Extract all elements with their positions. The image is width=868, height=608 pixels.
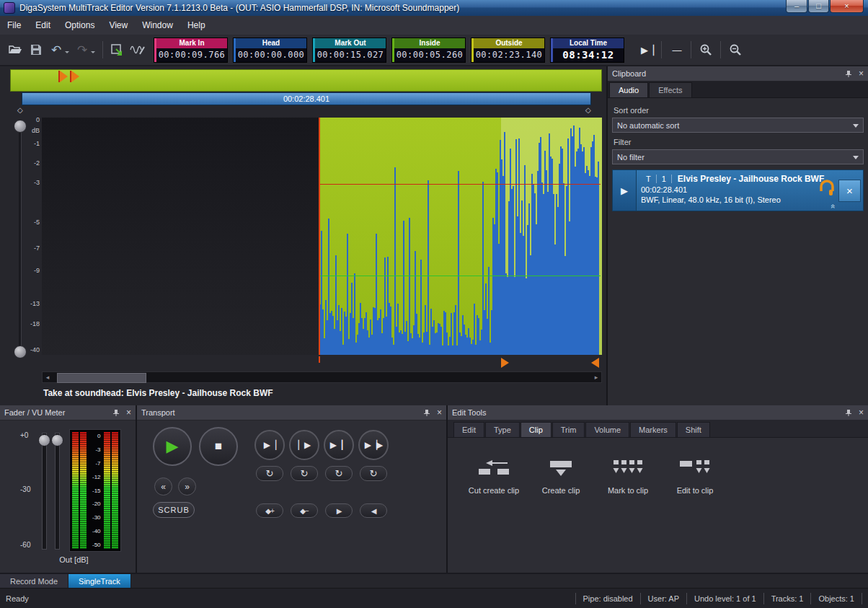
transport-marker-button[interactable]: ◆+ [256,503,283,518]
scrollbar-thumb[interactable] [57,373,146,383]
prelisten-headphones-icon[interactable] [818,178,836,200]
play-icon: ▶ [621,185,628,196]
transport-marker-button[interactable]: ◆− [291,503,318,518]
scroll-right-icon[interactable]: ▸ [591,374,601,381]
remove-item-button[interactable]: × [838,180,861,202]
fader-panel-header: Fader / VU Meter × [0,405,136,420]
save-button[interactable] [26,39,46,61]
pin-icon[interactable] [423,409,430,417]
goto-marker-button[interactable]: ▶▕ [637,39,657,61]
collapse-strip-button[interactable]: — [666,39,686,61]
close-button[interactable]: × [830,0,864,13]
loop-button[interactable]: ↻ [325,466,353,481]
selection-end-marker-icon[interactable] [591,358,599,368]
overview-bar[interactable] [10,69,602,92]
mark-to-clip-button[interactable]: Mark to clip [595,451,660,512]
fader-knob[interactable] [51,434,63,446]
cut-create-clip-button[interactable]: Cut create clip [461,451,526,512]
close-panel-icon[interactable]: × [437,408,442,417]
loop-button[interactable]: ↻ [256,466,283,481]
menu-file[interactable]: File [0,17,28,34]
pin-icon[interactable] [112,409,120,417]
status-user: User: AP [640,593,686,604]
tab-edit[interactable]: Edit [453,422,484,437]
audio-edit-button[interactable] [128,39,148,61]
time-display-group: Mark In00:00:09.766Head00:00:00.000Mark … [154,38,629,63]
tab-audio[interactable]: Audio [609,82,648,97]
overview-marker-icon[interactable] [71,71,79,82]
take-duration-bar[interactable]: 00:02:28.401 [22,92,591,105]
status-pipe: Pipe: disabled [575,593,640,604]
tab-markers[interactable]: Markers [630,422,676,437]
fader-track[interactable] [55,433,60,550]
prelisten-play-button[interactable]: ▶ [613,170,637,211]
transport-play-variant-button[interactable]: ▶▕ [254,430,285,460]
titlebar[interactable]: DigaSystem MultiTrack Editor Version 7.1… [0,0,868,16]
zoom-in-button[interactable] [696,39,716,61]
transport-play-variant-button[interactable]: ▏▶ [289,430,319,460]
fade-handle-left-icon[interactable]: ◇ [17,106,23,114]
waveform-display[interactable] [42,118,602,355]
undo-dropdown-caret[interactable] [65,51,69,56]
tab-volume[interactable]: Volume [585,422,629,437]
fader-track[interactable] [42,433,47,550]
edit-tools-header: Edit Tools × [448,405,868,420]
pin-icon[interactable] [845,409,852,417]
zoom-out-button[interactable] [725,39,745,61]
transport-marker-button[interactable]: ▶ [325,503,353,518]
import-take-button[interactable] [107,39,128,61]
close-panel-icon[interactable]: × [859,69,864,78]
undo-button[interactable]: ↶ [46,39,66,61]
menu-edit[interactable]: Edit [28,17,58,34]
create-clip-button[interactable]: Create clip [528,451,593,512]
tab-trim[interactable]: Trim [552,422,585,437]
playhead[interactable] [319,118,320,355]
filter-dropdown[interactable]: No filter [612,149,864,164]
collapse-item-icon[interactable]: « [829,204,838,208]
close-panel-icon[interactable]: × [859,408,864,417]
horizontal-scrollbar[interactable]: ◂ ▸ [42,371,602,383]
scrollbar-track[interactable] [53,372,591,382]
scrub-button[interactable]: SCRUB [153,502,195,518]
close-panel-icon[interactable]: × [126,408,131,417]
open-button[interactable] [6,39,26,61]
edit-to-clip-button[interactable]: Edit to clip [663,451,727,512]
redo-button[interactable]: ↷ [72,39,92,61]
redo-dropdown-caret[interactable] [91,51,95,56]
tab-effects[interactable]: Effects [649,82,691,97]
time-value: 00:00:09.766 [156,48,227,62]
clipboard-item[interactable]: ▶ T 1 Elvis Presley - Jailhouse Rock BWF… [612,169,864,211]
pin-icon[interactable] [845,70,852,78]
create-clip-icon [544,459,577,477]
loop-button[interactable]: ↻ [291,466,318,481]
transport-play-variant-button[interactable]: ▶▕▶ [358,430,389,460]
transport-marker-button[interactable]: ◀ [360,503,387,518]
overview-marker-icon[interactable] [60,71,68,82]
tab-singletrack[interactable]: SingleTrack [68,574,131,588]
scroll-left-icon[interactable]: ◂ [43,374,53,381]
maximize-button[interactable]: □ [808,0,829,13]
tab-type[interactable]: Type [485,422,520,437]
loop-button[interactable]: ↻ [360,466,387,481]
minimize-button[interactable]: – [786,0,807,13]
menu-options[interactable]: Options [58,17,102,34]
tab-shift[interactable]: Shift [677,422,710,437]
transport-play-variant-button[interactable]: ▶▕▏ [324,430,354,460]
play-button[interactable]: ▶ [153,427,192,466]
sort-order-dropdown[interactable]: No automatic sort [612,118,864,133]
tab-clip[interactable]: Clip [521,422,552,437]
selection-start-marker-icon[interactable] [501,358,509,368]
menu-help[interactable]: Help [180,17,213,34]
menu-window[interactable]: Window [135,17,180,34]
db-tick: dB [32,127,40,134]
db-tick: -9 [34,267,40,274]
gain-knob-top[interactable] [14,120,27,133]
menu-view[interactable]: View [102,17,135,34]
fader-knob[interactable] [38,434,50,446]
stop-button[interactable]: ■ [199,427,238,466]
forward-button[interactable]: » [178,477,196,495]
tab-record-mode[interactable]: Record Mode [0,574,68,588]
gain-knob-bottom[interactable] [14,345,27,358]
fade-handle-right-icon[interactable]: ◇ [585,106,591,114]
rewind-button[interactable]: « [154,477,172,495]
